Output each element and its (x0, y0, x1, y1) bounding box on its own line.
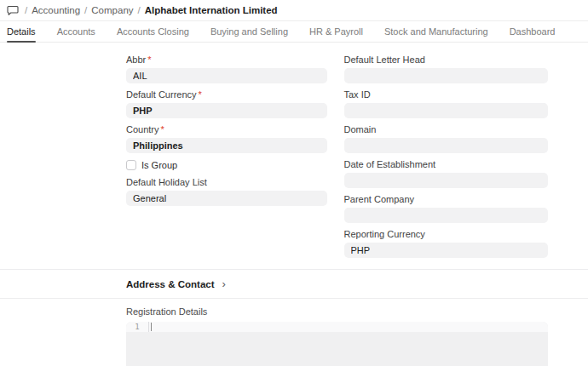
registration-details-editor[interactable]: 1 (126, 322, 548, 366)
field-is-group: Is Group (126, 159, 327, 171)
is-group-label: Is Group (141, 160, 177, 170)
tab-hr-payroll[interactable]: HR & Payroll (309, 21, 363, 42)
breadcrumb: / Accounting / Company / Alphabet Intern… (0, 0, 588, 21)
tax-id-input[interactable] (344, 103, 549, 118)
field-default-holiday-list: Default Holiday List (126, 177, 327, 206)
required-asterisk: * (161, 124, 164, 134)
default-letter-head-input[interactable] (344, 68, 549, 83)
registration-details-label: Registration Details (126, 306, 548, 317)
country-label: Country* (126, 124, 327, 135)
field-date-of-establishment: Date of Establishment (344, 159, 549, 188)
editor-active-line: 1 (126, 322, 548, 332)
address-contact-title: Address & Contact (126, 279, 215, 289)
is-group-checkbox[interactable] (126, 160, 136, 170)
breadcrumb-accounting[interactable]: Accounting (32, 5, 80, 15)
tab-stock-and-manufacturing[interactable]: Stock and Manufacturing (384, 21, 488, 42)
domain-input[interactable] (344, 138, 549, 153)
reporting-currency-input[interactable] (344, 243, 549, 258)
default-letter-head-label: Default Letter Head (344, 54, 549, 66)
field-country: Country* (126, 124, 327, 153)
country-input[interactable] (126, 138, 327, 153)
required-asterisk: * (147, 54, 151, 65)
field-default-currency: Default Currency* (126, 89, 327, 118)
date-of-establishment-input[interactable] (344, 173, 549, 188)
company-details-section: Abbr* Default Currency* Country* Is Grou… (0, 43, 588, 270)
domain-label: Domain (344, 124, 549, 135)
form-column-left: Abbr* Default Currency* Country* Is Grou… (126, 54, 327, 264)
abbr-label: Abbr* (126, 54, 327, 66)
field-reporting-currency: Reporting Currency (344, 229, 549, 258)
chat-bubble-icon[interactable] (7, 5, 19, 16)
breadcrumb-company[interactable]: Company (91, 5, 133, 15)
breadcrumb-separator: / (84, 5, 87, 15)
date-of-establishment-label: Date of Establishment (344, 159, 549, 170)
reporting-currency-label: Reporting Currency (344, 229, 549, 240)
default-currency-label: Default Currency* (126, 89, 327, 100)
breadcrumb-separator: / (138, 5, 141, 15)
field-default-letter-head: Default Letter Head (344, 54, 549, 83)
tax-id-label: Tax ID (344, 89, 549, 100)
parent-company-label: Parent Company (344, 194, 549, 205)
section-registration-details: Registration Details 1 (0, 299, 588, 366)
field-parent-company: Parent Company (344, 194, 549, 223)
editor-caret (151, 323, 152, 331)
default-currency-input[interactable] (126, 103, 327, 118)
chevron-right-icon: › (222, 278, 226, 289)
tab-dashboard[interactable]: Dashboard (510, 21, 556, 42)
default-holiday-list-label: Default Holiday List (126, 177, 327, 188)
breadcrumb-separator: / (25, 5, 27, 15)
required-asterisk: * (199, 89, 202, 100)
parent-company-input[interactable] (344, 208, 549, 223)
field-tax-id: Tax ID (344, 89, 549, 118)
breadcrumb-current-record[interactable]: Alphabet Internation Limited (145, 5, 278, 15)
abbr-input[interactable] (126, 68, 327, 83)
tab-buying-and-selling[interactable]: Buying and Selling (210, 21, 288, 42)
form-column-right: Default Letter Head Tax ID Domain Date o… (344, 54, 549, 264)
editor-line-number: 1 (126, 322, 149, 332)
field-domain: Domain (344, 124, 549, 153)
tab-accounts[interactable]: Accounts (57, 21, 95, 42)
field-abbr: Abbr* (126, 54, 327, 83)
section-address-contact[interactable]: Address & Contact › (0, 270, 588, 299)
default-holiday-list-input[interactable] (126, 191, 327, 206)
tab-details[interactable]: Details (7, 21, 36, 42)
tab-accounts-closing[interactable]: Accounts Closing (117, 21, 189, 42)
form-tabs: Details Accounts Accounts Closing Buying… (0, 21, 588, 43)
